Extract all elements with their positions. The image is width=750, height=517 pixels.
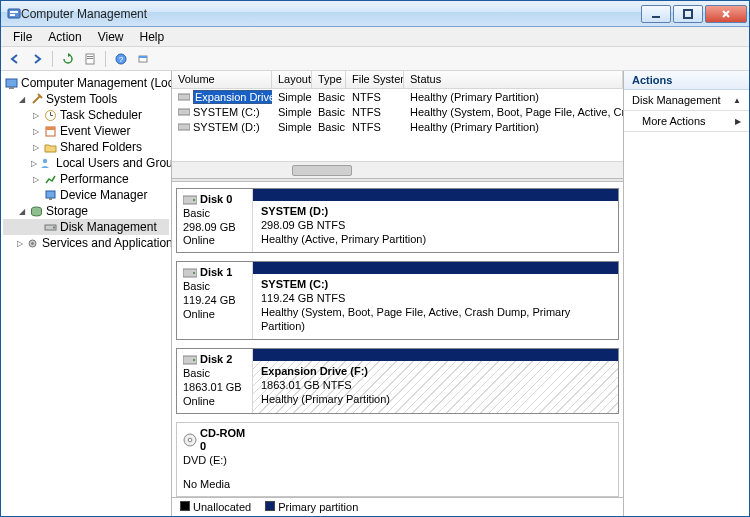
chevron-right-icon: ▶ bbox=[735, 117, 741, 126]
tree-event-viewer[interactable]: ▷ Event Viewer bbox=[3, 123, 169, 139]
disk-size: 298.09 GB bbox=[183, 221, 246, 235]
menu-file[interactable]: File bbox=[5, 28, 40, 46]
disk-name: Disk 1 bbox=[183, 266, 246, 280]
titlebar[interactable]: Computer Management bbox=[1, 1, 749, 27]
refresh-button[interactable] bbox=[58, 49, 78, 69]
col-filesystem[interactable]: File System bbox=[346, 71, 404, 88]
actions-group[interactable]: Disk Management ▲ bbox=[624, 90, 749, 111]
settings-button[interactable] bbox=[133, 49, 153, 69]
expand-icon[interactable]: ▷ bbox=[31, 159, 37, 168]
disk-row[interactable]: CD-ROM 0DVD (E:)No Media bbox=[176, 422, 619, 497]
disk-graphical-view[interactable]: Disk 0Basic298.09 GBOnlineSYSTEM (D:)298… bbox=[172, 182, 623, 497]
tree-local-users[interactable]: ▷ Local Users and Groups bbox=[3, 155, 169, 171]
back-button[interactable] bbox=[5, 49, 25, 69]
tree-system-tools[interactable]: ◢ System Tools bbox=[3, 91, 169, 107]
disk-head[interactable]: Disk 1Basic119.24 GBOnline bbox=[177, 262, 253, 339]
tree-label: Event Viewer bbox=[60, 124, 130, 138]
maximize-button[interactable] bbox=[673, 5, 703, 23]
properties-button[interactable] bbox=[80, 49, 100, 69]
expand-icon[interactable]: ▷ bbox=[31, 143, 40, 152]
svg-rect-27 bbox=[178, 124, 190, 130]
tree-services-apps[interactable]: ▷ Services and Applications bbox=[3, 235, 169, 251]
tree[interactable]: Computer Management (Local) ◢ System Too… bbox=[1, 71, 171, 255]
menu-help[interactable]: Help bbox=[132, 28, 173, 46]
disk-volume[interactable]: SYSTEM (C:)119.24 GB NTFSHealthy (System… bbox=[253, 262, 618, 339]
cell-layout: Simple bbox=[272, 89, 312, 104]
cd-icon bbox=[183, 433, 197, 447]
cell-layout: Simple bbox=[272, 104, 312, 119]
svg-rect-12 bbox=[6, 79, 17, 87]
center-pane: Volume Layout Type File System Status Ex… bbox=[172, 71, 624, 516]
collapse-icon[interactable]: ◢ bbox=[17, 95, 26, 104]
expand-icon[interactable]: ▷ bbox=[31, 175, 40, 184]
volume-row[interactable]: Expansion Drive (F:)SimpleBasicNTFSHealt… bbox=[172, 89, 623, 104]
volume-list[interactable]: Expansion Drive (F:)SimpleBasicNTFSHealt… bbox=[172, 89, 623, 161]
disk-head[interactable]: Disk 2Basic1863.01 GBOnline bbox=[177, 349, 253, 412]
tree-shared-folders[interactable]: ▷ Shared Folders bbox=[3, 139, 169, 155]
blank-icon bbox=[31, 223, 40, 232]
toolbar-separator bbox=[105, 51, 106, 67]
disk-row[interactable]: Disk 1Basic119.24 GBOnlineSYSTEM (C:)119… bbox=[176, 261, 619, 340]
disk-name: CD-ROM 0 bbox=[183, 427, 247, 455]
window-title: Computer Management bbox=[21, 7, 639, 21]
expand-icon[interactable]: ▷ bbox=[31, 111, 40, 120]
cell-status: Healthy (System, Boot, Page File, Active… bbox=[404, 104, 623, 119]
scrollbar-thumb[interactable] bbox=[292, 165, 352, 176]
volume-info: SYSTEM (C:)119.24 GB NTFSHealthy (System… bbox=[253, 274, 618, 339]
menu-view[interactable]: View bbox=[90, 28, 132, 46]
menu-action[interactable]: Action bbox=[40, 28, 89, 46]
disk-head[interactable]: Disk 0Basic298.09 GBOnline bbox=[177, 189, 253, 252]
tree-root[interactable]: Computer Management (Local) bbox=[3, 75, 169, 91]
svg-rect-6 bbox=[87, 56, 93, 57]
perf-icon bbox=[43, 172, 57, 186]
disk-kind: Basic bbox=[183, 280, 246, 294]
svg-rect-3 bbox=[652, 16, 660, 18]
volume-hscrollbar[interactable] bbox=[172, 161, 623, 178]
forward-button[interactable] bbox=[27, 49, 47, 69]
toolbar-separator bbox=[52, 51, 53, 67]
disk-kind: Basic bbox=[183, 207, 246, 221]
volume-status: Healthy (Primary Partition) bbox=[261, 393, 610, 407]
col-status[interactable]: Status bbox=[404, 71, 623, 88]
minimize-button[interactable] bbox=[641, 5, 671, 23]
tree-task-scheduler[interactable]: ▷ Task Scheduler bbox=[3, 107, 169, 123]
volume-list-header[interactable]: Volume Layout Type File System Status bbox=[172, 71, 623, 89]
actions-more[interactable]: More Actions ▶ bbox=[624, 111, 749, 132]
disk-volume[interactable]: SYSTEM (D:)298.09 GB NTFSHealthy (Active… bbox=[253, 189, 618, 252]
drive-icon bbox=[178, 122, 190, 132]
chevron-up-icon: ▲ bbox=[733, 96, 741, 105]
disk-state: Online bbox=[183, 234, 246, 248]
collapse-icon[interactable]: ◢ bbox=[17, 207, 26, 216]
disk-head[interactable]: CD-ROM 0DVD (E:)No Media bbox=[177, 423, 253, 496]
disk-name: Disk 0 bbox=[183, 193, 246, 207]
tree-label: Task Scheduler bbox=[60, 108, 142, 122]
col-type[interactable]: Type bbox=[312, 71, 346, 88]
window-controls bbox=[639, 5, 747, 23]
close-button[interactable] bbox=[705, 5, 747, 23]
legend-label: Primary partition bbox=[278, 501, 358, 513]
blank-icon bbox=[31, 191, 40, 200]
col-layout[interactable]: Layout bbox=[272, 71, 312, 88]
disk-kind: DVD (E:) bbox=[183, 454, 247, 468]
legend-primary: Primary partition bbox=[265, 501, 358, 513]
disk-row[interactable]: Disk 0Basic298.09 GBOnlineSYSTEM (D:)298… bbox=[176, 188, 619, 253]
volume-row[interactable]: SYSTEM (D:)SimpleBasicNTFSHealthy (Prima… bbox=[172, 119, 623, 134]
svg-rect-13 bbox=[9, 87, 14, 89]
expand-icon[interactable]: ▷ bbox=[31, 127, 40, 136]
legend-label: Unallocated bbox=[193, 501, 251, 513]
tree-device-manager[interactable]: Device Manager bbox=[3, 187, 169, 203]
tree-disk-management[interactable]: Disk Management bbox=[3, 219, 169, 235]
storage-icon bbox=[29, 204, 43, 218]
help-button[interactable]: ? bbox=[111, 49, 131, 69]
svg-rect-19 bbox=[49, 198, 52, 200]
tree-storage[interactable]: ◢ Storage bbox=[3, 203, 169, 219]
disk-volume[interactable]: Expansion Drive (F:)1863.01 GB NTFSHealt… bbox=[253, 349, 618, 412]
volume-header-bar bbox=[253, 262, 618, 274]
tree-performance[interactable]: ▷ Performance bbox=[3, 171, 169, 187]
expand-icon[interactable]: ▷ bbox=[17, 239, 23, 248]
drive-icon bbox=[178, 107, 190, 117]
svg-point-24 bbox=[31, 242, 34, 245]
col-volume[interactable]: Volume bbox=[172, 71, 272, 88]
volume-row[interactable]: SYSTEM (C:)SimpleBasicNTFSHealthy (Syste… bbox=[172, 104, 623, 119]
disk-row[interactable]: Disk 2Basic1863.01 GBOnlineExpansion Dri… bbox=[176, 348, 619, 413]
